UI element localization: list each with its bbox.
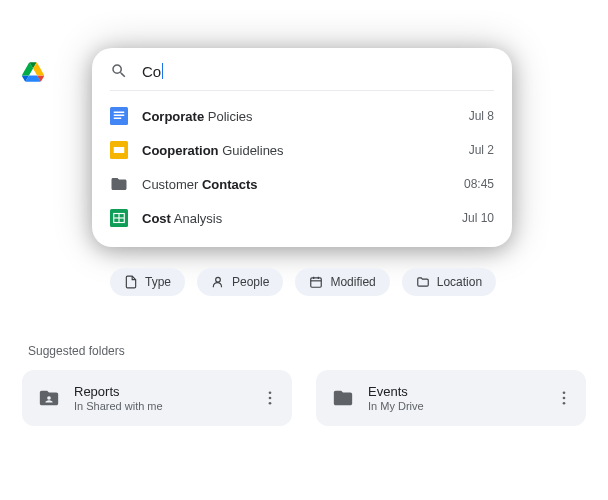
docs-icon — [110, 107, 128, 125]
svg-point-10 — [216, 277, 221, 282]
folder-outline-icon — [416, 275, 430, 289]
more-options-button[interactable] — [550, 384, 578, 412]
shared-folder-icon — [38, 387, 60, 409]
result-name: Corporate Policies — [142, 109, 469, 124]
folder-icon — [110, 175, 128, 193]
result-date: Jul 2 — [469, 143, 494, 157]
filter-chips: Type People Modified Location — [110, 268, 496, 296]
search-results: Corporate Policies Jul 8 Cooperation Gui… — [92, 91, 512, 247]
search-bar[interactable]: Co — [92, 48, 512, 90]
svg-rect-5 — [114, 147, 125, 153]
svg-point-16 — [269, 391, 272, 394]
suggested-folders-heading: Suggested folders — [28, 344, 125, 358]
search-icon — [110, 62, 128, 80]
result-date: 08:45 — [464, 177, 494, 191]
text-cursor — [162, 63, 163, 79]
search-result[interactable]: Corporate Policies Jul 8 — [92, 99, 512, 133]
more-options-button[interactable] — [256, 384, 284, 412]
svg-rect-11 — [311, 278, 322, 287]
chip-label: People — [232, 275, 269, 289]
folder-info: Events In My Drive — [368, 384, 550, 412]
chip-modified[interactable]: Modified — [295, 268, 389, 296]
search-result[interactable]: Cost Analysis Jul 10 — [92, 201, 512, 235]
svg-point-20 — [563, 397, 566, 400]
chip-type[interactable]: Type — [110, 268, 185, 296]
folder-cards: Reports In Shared with me Events In My D… — [22, 370, 586, 426]
chip-people[interactable]: People — [197, 268, 283, 296]
svg-point-19 — [563, 391, 566, 394]
folder-icon — [332, 387, 354, 409]
drive-logo — [22, 62, 44, 82]
folder-card-reports[interactable]: Reports In Shared with me — [22, 370, 292, 426]
slides-icon — [110, 141, 128, 159]
file-icon — [124, 275, 138, 289]
chip-label: Modified — [330, 275, 375, 289]
result-name: Cooperation Guidelines — [142, 143, 469, 158]
sheets-icon — [110, 209, 128, 227]
search-result[interactable]: Customer Contacts 08:45 — [92, 167, 512, 201]
calendar-icon — [309, 275, 323, 289]
result-date: Jul 8 — [469, 109, 494, 123]
svg-point-17 — [269, 397, 272, 400]
svg-point-18 — [269, 402, 272, 405]
search-dropdown: Co Corporate Policies Jul 8 Cooperation … — [92, 48, 512, 247]
folder-location: In Shared with me — [74, 400, 256, 412]
result-name: Customer Contacts — [142, 177, 464, 192]
chip-label: Location — [437, 275, 482, 289]
folder-name: Events — [368, 384, 550, 399]
chip-location[interactable]: Location — [402, 268, 496, 296]
folder-card-events[interactable]: Events In My Drive — [316, 370, 586, 426]
more-vert-icon — [555, 389, 573, 407]
folder-name: Reports — [74, 384, 256, 399]
svg-rect-1 — [114, 112, 125, 114]
person-icon — [211, 275, 225, 289]
svg-point-15 — [47, 396, 51, 400]
folder-info: Reports In Shared with me — [74, 384, 256, 412]
svg-point-21 — [563, 402, 566, 405]
result-name: Cost Analysis — [142, 211, 462, 226]
result-date: Jul 10 — [462, 211, 494, 225]
more-vert-icon — [261, 389, 279, 407]
svg-rect-3 — [114, 118, 122, 120]
folder-location: In My Drive — [368, 400, 550, 412]
svg-rect-2 — [114, 115, 125, 117]
chip-label: Type — [145, 275, 171, 289]
search-result[interactable]: Cooperation Guidelines Jul 2 — [92, 133, 512, 167]
search-query-text: Co — [142, 63, 161, 80]
